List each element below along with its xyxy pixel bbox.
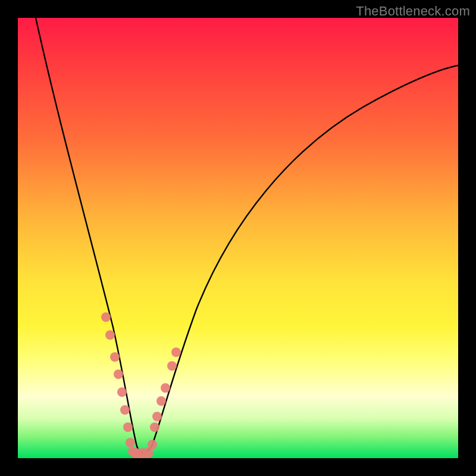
marker-group xyxy=(101,312,181,458)
curve-marker xyxy=(120,405,130,415)
curve-marker xyxy=(123,422,133,432)
curve-marker xyxy=(171,347,181,357)
curve-marker xyxy=(167,361,177,371)
curve-marker xyxy=(156,396,166,406)
curve-marker xyxy=(110,352,120,362)
curve-marker xyxy=(126,438,135,447)
bottleneck-curve xyxy=(36,18,458,453)
curve-marker xyxy=(152,412,162,421)
curve-marker xyxy=(101,312,111,322)
curve-marker xyxy=(148,440,157,449)
curve-marker xyxy=(117,387,127,397)
plot-area xyxy=(18,18,458,458)
watermark-text: TheBottleneck.com xyxy=(356,4,470,19)
curve-marker xyxy=(161,383,170,393)
curve-marker xyxy=(105,330,115,340)
curve-svg xyxy=(18,18,458,458)
curve-marker xyxy=(150,422,159,432)
curve-marker xyxy=(114,369,123,379)
